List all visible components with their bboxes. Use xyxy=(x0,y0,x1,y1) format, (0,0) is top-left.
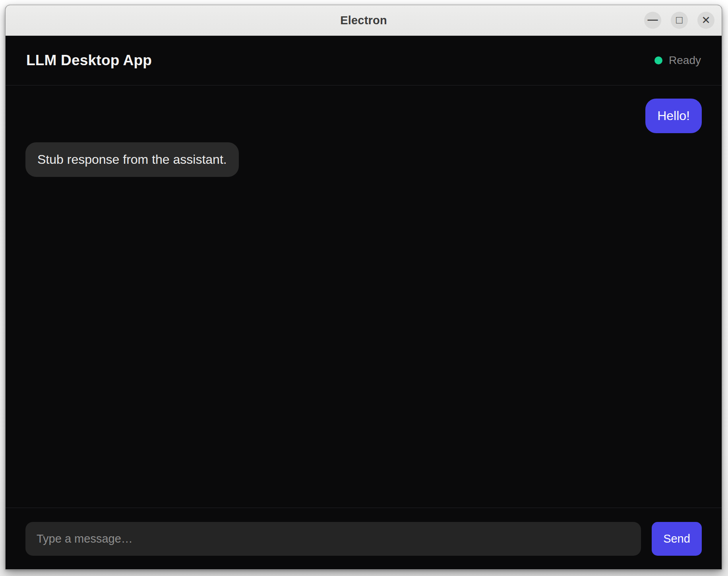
app-window: Electron — □ ✕ LLM Desktop App Ready Hel… xyxy=(5,5,722,570)
close-button[interactable]: ✕ xyxy=(697,12,714,29)
status-dot-icon xyxy=(654,56,662,64)
close-icon: ✕ xyxy=(701,15,711,26)
status-indicator: Ready xyxy=(654,54,701,67)
page-title: LLM Desktop App xyxy=(26,52,152,69)
assistant-message-bubble: Stub response from the assistant. xyxy=(25,142,239,177)
composer: Send xyxy=(6,508,722,569)
minimize-button[interactable]: — xyxy=(644,12,661,29)
chat-message-list: Hello! Stub response from the assistant. xyxy=(6,85,722,508)
window-controls: — □ ✕ xyxy=(644,12,714,29)
maximize-button[interactable]: □ xyxy=(671,12,688,29)
window-title: Electron xyxy=(340,14,387,27)
minimize-icon: — xyxy=(648,14,658,24)
user-message-bubble: Hello! xyxy=(645,99,702,133)
app-header: LLM Desktop App Ready xyxy=(6,36,722,85)
send-button[interactable]: Send xyxy=(652,522,702,556)
status-label: Ready xyxy=(669,54,701,67)
maximize-icon: □ xyxy=(676,15,682,25)
titlebar[interactable]: Electron — □ ✕ xyxy=(6,5,722,36)
message-input[interactable] xyxy=(25,522,641,556)
